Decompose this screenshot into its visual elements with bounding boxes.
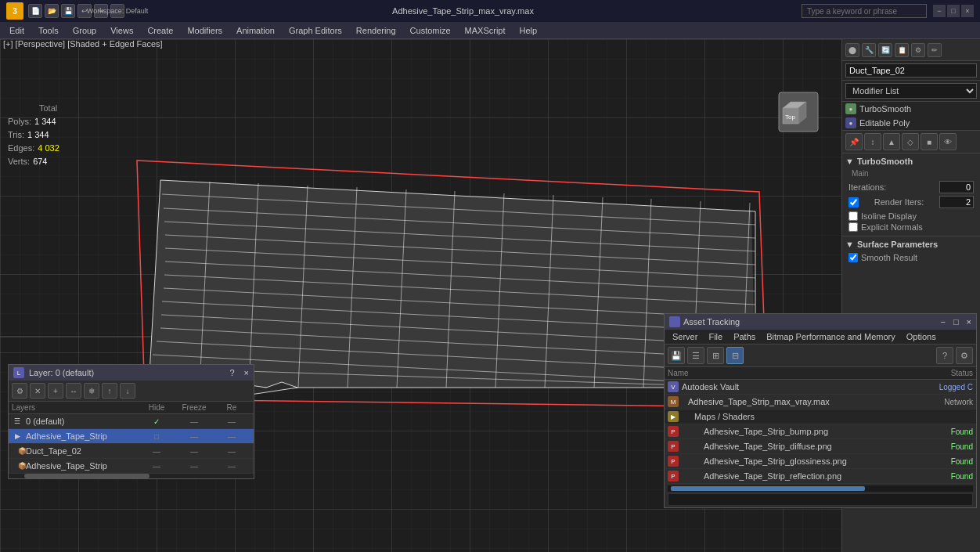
mod-cursor-btn[interactable]: ↕ <box>864 133 881 150</box>
asset-menu-file[interactable]: File <box>704 331 727 342</box>
mod-display-btn[interactable]: 👁 <box>939 133 957 150</box>
menu-animation[interactable]: Animation <box>230 24 281 37</box>
modifier-dropdown[interactable]: Modifier List <box>845 83 977 99</box>
surface-arrow: ▼ <box>845 240 854 249</box>
layer-name-duct: Duct_Tape_02 <box>26 446 138 456</box>
layer-row-adhesive[interactable]: ▶ Adhesive_Tape_Strip □ — — <box>9 429 254 444</box>
asset-btn-1[interactable]: 💾 <box>668 347 685 364</box>
asset-row-maxfile[interactable]: M Adhesive_Tape_Strip_max_vray.max Netwo… <box>665 395 976 409</box>
modifier-turbosmooth[interactable]: ● TurboSmooth <box>842 102 980 116</box>
layer-hide-adhesive: — <box>175 432 213 441</box>
surface-params-section: ▼ Surface Parameters Smooth Result <box>842 236 980 266</box>
menu-help[interactable]: Help <box>513 24 544 37</box>
asset-bump-name: P Adhesive_Tape_Strip_bump.png <box>668 426 910 437</box>
menu-edit[interactable]: Edit <box>3 24 31 37</box>
asset-row-maps[interactable]: ▶ Maps / Shaders <box>665 409 976 424</box>
mod-face-btn[interactable]: ■ <box>921 133 938 150</box>
asset-reflection-name: P Adhesive_Tape_Strip_reflection.png <box>668 471 910 482</box>
turbosmooth-icon: ● <box>845 103 856 114</box>
isoline-checkbox[interactable] <box>848 211 858 221</box>
layer-row-adhesive2[interactable]: 📦 Adhesive_Tape_Strip — — — <box>9 459 254 474</box>
asset-row-bump[interactable]: P Adhesive_Tape_Strip_bump.png Found <box>665 424 976 439</box>
layer-row-duct[interactable]: 📦 Duct_Tape_02 — — — <box>9 444 254 459</box>
menu-graph-editors[interactable]: Graph Editors <box>283 24 348 37</box>
asset-menu-bar: Server File Paths Bitmap Performance and… <box>665 330 976 345</box>
layers-delete-btn[interactable]: ✕ <box>30 383 45 399</box>
menu-group[interactable]: Group <box>67 24 103 37</box>
asset-diffuse-name: P Adhesive_Tape_Strip_diffuse.png <box>668 441 910 452</box>
menu-tools[interactable]: Tools <box>32 24 65 37</box>
asset-menu-server[interactable]: Server <box>668 331 702 342</box>
render-iters-input[interactable] <box>939 196 974 208</box>
editablepoly-icon: ● <box>845 117 856 128</box>
mod-pin-btn[interactable]: 📌 <box>845 133 863 150</box>
modifier-editablepoly[interactable]: ● Editable Poly <box>842 116 980 130</box>
asset-settings-btn[interactable]: ⚙ <box>956 347 973 364</box>
asset-row-diffuse[interactable]: P Adhesive_Tape_Strip_diffuse.png Found <box>665 439 976 454</box>
layer-hide-adhesive2: — <box>138 462 175 471</box>
asset-row-glossiness[interactable]: P Adhesive_Tape_Strip_glossiness.png Fou… <box>665 454 976 469</box>
smooth-result-checkbox[interactable] <box>848 253 858 262</box>
asset-row-reflection[interactable]: P Adhesive_Tape_Strip_reflection.png Fou… <box>665 469 976 484</box>
layers-hide-sel-btn[interactable]: ↔ <box>66 383 81 399</box>
mod-edge-btn[interactable]: ◇ <box>902 133 919 150</box>
asset-menu-options[interactable]: Options <box>902 331 941 342</box>
layers-add-btn[interactable]: + <box>48 383 63 399</box>
rp-icon-2[interactable]: 🔧 <box>862 43 876 57</box>
asset-menu-paths[interactable]: Paths <box>729 331 760 342</box>
layers-freeze-sel-btn[interactable]: ❄ <box>84 383 99 399</box>
rp-icon-3[interactable]: 🔄 <box>878 43 892 57</box>
layer-name-default: 0 (default) <box>26 417 138 426</box>
menu-views[interactable]: Views <box>104 24 139 37</box>
layer-freeze-duct: — <box>175 447 213 456</box>
rp-icon-1[interactable]: ⬤ <box>845 43 859 57</box>
search-input[interactable] <box>802 4 927 18</box>
menu-rendering[interactable]: Rendering <box>350 24 402 37</box>
edges-label: Edges: <box>8 142 34 155</box>
render-iters-checkbox[interactable] <box>848 197 859 207</box>
mod-vert-btn[interactable]: ▲ <box>883 133 900 150</box>
rp-icon-6[interactable]: ✏ <box>928 43 942 57</box>
asset-menu-bitmap[interactable]: Bitmap Performance and Memory <box>762 331 899 342</box>
save-btn[interactable]: 💾 <box>61 4 75 18</box>
menu-customize[interactable]: Customize <box>404 24 457 37</box>
layers-help-btn[interactable]: ? <box>229 368 234 377</box>
asset-minimize-btn[interactable]: − <box>940 317 945 327</box>
iterations-label: Iterations: <box>848 182 886 192</box>
asset-status-bar <box>668 493 973 506</box>
col-hide: Hide <box>138 403 175 412</box>
new-btn[interactable]: 📄 <box>28 4 42 18</box>
rp-icon-4[interactable]: 📋 <box>895 43 909 57</box>
menu-maxscript[interactable]: MAXScript <box>459 24 512 37</box>
layers-close-btn[interactable]: × <box>244 368 249 377</box>
layer-freeze-default: — <box>213 417 250 426</box>
asset-reflection-status: Found <box>910 472 973 481</box>
layers-settings-btn[interactable]: ⚙ <box>12 383 27 399</box>
close-btn[interactable]: × <box>961 5 974 17</box>
asset-row-vault[interactable]: V Autodesk Vault Logged C <box>665 380 976 395</box>
asset-progress-bar <box>668 485 973 492</box>
asset-maximize-btn[interactable]: □ <box>953 317 959 327</box>
asset-btn-2[interactable]: ☰ <box>687 347 704 364</box>
asset-help-btn[interactable]: ? <box>936 347 953 364</box>
minimize-btn[interactable]: − <box>933 5 946 17</box>
menu-modifiers[interactable]: Modifiers <box>181 24 229 37</box>
layers-add-sel-btn[interactable]: ↑ <box>102 383 117 399</box>
asset-maxfile-name: M Adhesive_Tape_Strip_max_vray.max <box>668 396 910 407</box>
layer-row-default[interactable]: ☰ 0 (default) ✓ — — <box>9 414 254 429</box>
layers-move-btn[interactable]: ↓ <box>120 383 135 399</box>
open-btn[interactable]: 📂 <box>45 4 59 18</box>
verts-value: 674 <box>33 155 47 168</box>
asset-btn-4[interactable]: ⊟ <box>726 347 744 364</box>
asset-close-btn[interactable]: × <box>967 317 971 327</box>
iterations-input[interactable] <box>939 181 974 193</box>
workspace-dropdown[interactable]: Workspace: Default <box>110 4 124 18</box>
rp-icon-5[interactable]: ⚙ <box>911 43 925 57</box>
object-name-input[interactable] <box>845 63 977 78</box>
explicit-normals-checkbox[interactable] <box>848 222 858 232</box>
asset-btn-3[interactable]: ⊞ <box>707 347 724 364</box>
layers-scrollbar[interactable] <box>24 474 150 478</box>
menu-create[interactable]: Create <box>141 24 179 37</box>
maximize-btn[interactable]: □ <box>947 5 960 17</box>
layer-freeze-adhesive: — <box>213 432 250 441</box>
